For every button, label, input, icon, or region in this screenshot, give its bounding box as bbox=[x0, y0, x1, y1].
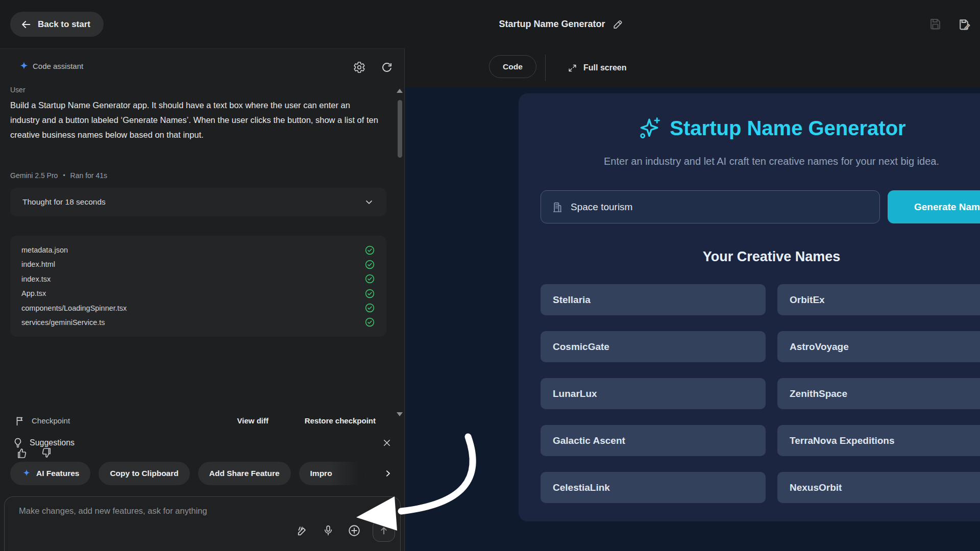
settings-button[interactable] bbox=[351, 59, 368, 76]
checkpoint-label: Checkpoint bbox=[32, 416, 70, 425]
file-name: services/geminiService.ts bbox=[21, 318, 105, 327]
app-preview: Startup Name Generator Enter an industry… bbox=[405, 87, 980, 551]
check-circle-icon bbox=[364, 303, 375, 313]
suggestion-chip-label: Copy to Clipboard bbox=[110, 469, 178, 478]
name-card[interactable]: CelestiaLink bbox=[541, 472, 766, 503]
checkpoint-row: Checkpoint View diff Restore checkpoint bbox=[0, 411, 404, 432]
file-row[interactable]: components/LoadingSpinner.tsx bbox=[21, 302, 375, 315]
lightbulb-icon bbox=[12, 437, 23, 448]
suggestion-chip-label: Impro bbox=[310, 469, 332, 478]
flag-icon bbox=[14, 415, 26, 427]
topbar-actions bbox=[928, 0, 972, 48]
suggestion-chip-label: Add Share Feature bbox=[209, 469, 280, 478]
file-row[interactable]: metadata.json bbox=[21, 243, 375, 257]
user-label: User bbox=[10, 86, 26, 94]
generate-button[interactable]: Generate Names bbox=[888, 190, 980, 223]
industry-input-wrap bbox=[541, 190, 880, 223]
name-card[interactable]: AstroVoyage bbox=[777, 331, 980, 362]
back-button-label: Back to start bbox=[38, 19, 90, 30]
name-card[interactable]: ZenithSpace bbox=[777, 378, 980, 409]
gemini-spark-icon bbox=[18, 61, 30, 72]
suggestions-title: Suggestions bbox=[30, 438, 75, 447]
file-row[interactable]: App.tsx bbox=[21, 287, 375, 300]
arrow-left-icon bbox=[20, 19, 32, 30]
assistant-title: Code assistant bbox=[33, 62, 83, 70]
expand-icon bbox=[568, 63, 577, 73]
send-button[interactable] bbox=[373, 519, 395, 542]
building-icon bbox=[551, 201, 564, 213]
save-icon[interactable] bbox=[928, 17, 942, 31]
check-circle-icon bbox=[364, 317, 375, 328]
refresh-button[interactable] bbox=[379, 59, 395, 76]
suggestion-chip[interactable]: AI Features bbox=[10, 462, 90, 485]
files-card: metadata.json index.html index.tsx App.t… bbox=[10, 236, 386, 337]
model-name: Gemini 2.5 Pro bbox=[10, 171, 58, 180]
check-circle-icon bbox=[364, 259, 375, 270]
mic-button[interactable] bbox=[321, 523, 336, 538]
restore-checkpoint-button[interactable]: Restore checkpoint bbox=[305, 416, 376, 425]
add-attachment-button[interactable] bbox=[347, 523, 362, 538]
edit-title-button[interactable] bbox=[612, 18, 624, 30]
chevron-down-icon bbox=[364, 197, 374, 207]
industry-input[interactable] bbox=[571, 202, 869, 213]
suggestion-chip[interactable]: Impro bbox=[299, 462, 365, 485]
thought-summary-toggle[interactable]: Thought for 18 seconds bbox=[10, 188, 386, 216]
code-tab[interactable]: Code bbox=[489, 55, 536, 78]
name-card[interactable]: OrbitEx bbox=[777, 284, 980, 315]
project-title: Startup Name Generator bbox=[499, 19, 605, 30]
suggestion-chips-row: AI Features Copy to Clipboard Add Share … bbox=[10, 462, 405, 485]
results-title: Your Creative Names bbox=[541, 249, 980, 265]
scroll-down-arrow[interactable] bbox=[397, 412, 403, 416]
file-row[interactable]: services/geminiService.ts bbox=[21, 316, 375, 329]
app-title: Startup Name Generator bbox=[670, 117, 905, 140]
name-card[interactable]: NexusOrbit bbox=[777, 472, 980, 503]
file-name: metadata.json bbox=[21, 246, 68, 254]
spark-icon bbox=[21, 468, 32, 479]
file-name: components/LoadingSpinner.tsx bbox=[21, 304, 127, 312]
back-button[interactable]: Back to start bbox=[10, 12, 104, 37]
separator-dot: • bbox=[63, 172, 65, 179]
close-suggestions-button[interactable] bbox=[380, 436, 394, 450]
app-subtitle: Enter an industry and let AI craft ten c… bbox=[541, 156, 980, 167]
names-grid: Stellaria OrbitEx CosmicGate AstroVoyage… bbox=[541, 284, 980, 503]
file-name: App.tsx bbox=[21, 289, 46, 297]
preview-toolbar: Preview Code Full screen bbox=[405, 48, 980, 87]
view-diff-button[interactable]: View diff bbox=[237, 416, 268, 425]
scroll-up-arrow[interactable] bbox=[397, 89, 403, 93]
suggestion-chip-label: AI Features bbox=[36, 469, 79, 478]
fullscreen-label: Full screen bbox=[583, 63, 626, 72]
arrow-up-icon bbox=[378, 525, 389, 536]
suggestion-chip[interactable]: Add Share Feature bbox=[198, 462, 291, 485]
assistant-header: Code assistant bbox=[0, 56, 404, 78]
save-as-icon[interactable] bbox=[958, 17, 972, 32]
run-duration: Ran for 41s bbox=[70, 171, 107, 180]
name-card[interactable]: Galactic Ascent bbox=[541, 425, 766, 456]
thought-summary-label: Thought for 18 seconds bbox=[22, 197, 106, 207]
chips-overflow-button[interactable] bbox=[381, 466, 395, 481]
app-window: Back to start Startup Name Generator Cod… bbox=[0, 0, 980, 551]
suggestions-header: Suggestions bbox=[12, 434, 394, 452]
name-card[interactable]: CosmicGate bbox=[541, 331, 766, 362]
suggestion-chip[interactable]: Copy to Clipboard bbox=[99, 462, 189, 485]
prompt-input[interactable] bbox=[19, 506, 305, 537]
name-card[interactable]: TerraNova Expeditions bbox=[777, 425, 980, 456]
name-card[interactable]: LunarLux bbox=[541, 378, 766, 409]
name-card[interactable]: Stellaria bbox=[541, 284, 766, 315]
file-row[interactable]: index.tsx bbox=[21, 272, 375, 286]
preview-panel: Preview Code Full screen Startup Name Ge… bbox=[405, 48, 980, 551]
code-tab-label: Code bbox=[503, 62, 523, 71]
user-message: Build a Startup Name Generator app. It s… bbox=[10, 98, 380, 142]
file-row[interactable]: index.html bbox=[21, 258, 375, 271]
model-run-line: Gemini 2.5 Pro • Ran for 41s bbox=[10, 171, 107, 180]
project-title-row: Startup Name Generator bbox=[499, 0, 624, 48]
check-circle-icon bbox=[364, 273, 375, 284]
fullscreen-button[interactable]: Full screen bbox=[568, 60, 626, 76]
magic-pen-button[interactable] bbox=[295, 523, 310, 538]
topbar: Back to start Startup Name Generator bbox=[0, 0, 980, 48]
file-name: index.html bbox=[21, 260, 55, 268]
prompt-box bbox=[4, 496, 401, 551]
check-circle-icon bbox=[364, 245, 375, 256]
scroll-thumb[interactable] bbox=[398, 100, 402, 158]
sparkle-icon bbox=[637, 116, 662, 140]
file-name: index.tsx bbox=[21, 275, 51, 283]
